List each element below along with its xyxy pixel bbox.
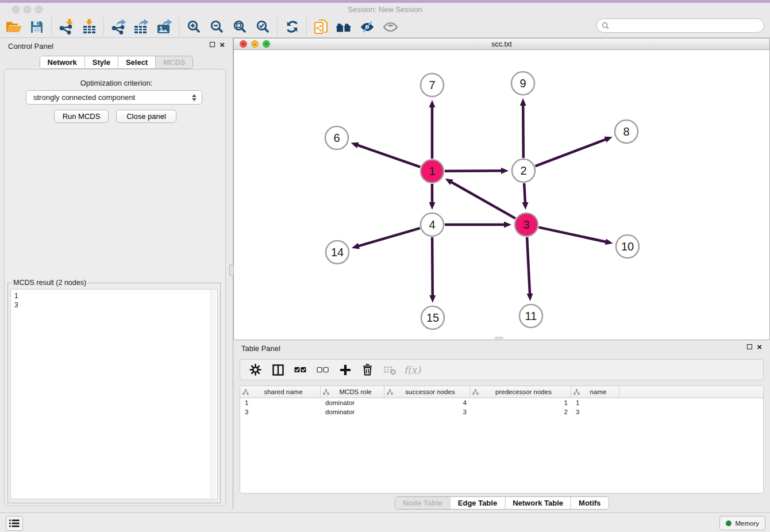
- table-cell-successor-nodes[interactable]: 4: [384, 399, 470, 406]
- control-panel-title: Control Panel: [8, 42, 53, 51]
- refresh-view-button[interactable]: [280, 17, 303, 37]
- table-cell-shared-name[interactable]: 1: [240, 399, 321, 406]
- graph-edge-1-7[interactable]: [429, 100, 436, 159]
- graph-edge-3-10[interactable]: [539, 228, 613, 245]
- table-tab-node-table[interactable]: Node Table: [395, 497, 450, 509]
- graph-edge-2-3[interactable]: [522, 183, 528, 210]
- column-header-shared-name[interactable]: shared name: [240, 386, 321, 398]
- show-column-button[interactable]: [267, 361, 288, 379]
- table-tab-edge-table[interactable]: Edge Table: [450, 497, 505, 509]
- table-cell-predecessor-nodes[interactable]: 1: [470, 399, 571, 406]
- toggle-graphics-details-button[interactable]: [356, 17, 379, 37]
- zoom-fit-button[interactable]: [228, 17, 251, 37]
- graph-node-7[interactable]: 7: [421, 74, 444, 97]
- mcds-result-area[interactable]: 1 3: [10, 289, 218, 499]
- memory-button[interactable]: Memory: [719, 516, 765, 530]
- export-table-icon: [134, 19, 149, 34]
- sort-hierarchy-icon: [573, 389, 580, 395]
- table-cell-shared-name[interactable]: 3: [240, 408, 321, 415]
- delete-table-button[interactable]: [379, 361, 401, 379]
- table-cell-name[interactable]: 1: [571, 399, 619, 406]
- table-cell-mcds-role[interactable]: dominator: [321, 399, 384, 406]
- graph-node-1[interactable]: 1: [421, 160, 444, 183]
- export-image-button[interactable]: [153, 17, 176, 37]
- preview-eye-icon: [383, 20, 398, 34]
- deselect-all-button[interactable]: [312, 361, 333, 379]
- network-window-titlebar[interactable]: × − + scc.txt: [234, 38, 769, 50]
- import-network-button[interactable]: [55, 17, 78, 37]
- table-tab-network-table[interactable]: Network Table: [505, 497, 571, 509]
- export-table-button[interactable]: [130, 17, 153, 37]
- close-panel-button[interactable]: Close panel: [116, 110, 176, 123]
- graph-node-4[interactable]: 4: [421, 213, 444, 236]
- run-mcds-button[interactable]: Run MCDS: [54, 110, 109, 123]
- graph-edge-2-8[interactable]: [536, 137, 613, 166]
- graph-edge-1-2[interactable]: [445, 168, 509, 174]
- control-panel: Control Panel × NetworkStyleSelectMCDS O…: [0, 38, 233, 509]
- column-header-predecessor-nodes[interactable]: predecessor nodes: [470, 386, 571, 398]
- graph-edge-1-6[interactable]: [351, 142, 421, 167]
- table-cell-mcds-role[interactable]: dominator: [321, 408, 384, 415]
- edge-arrowhead: [504, 222, 511, 228]
- graph-node-3[interactable]: 3: [515, 213, 538, 236]
- graph-edge-4-3[interactable]: [445, 222, 511, 228]
- export-network-button[interactable]: [107, 17, 130, 37]
- column-header-successor-nodes[interactable]: successor nodes: [384, 386, 470, 398]
- import-table-button[interactable]: [78, 17, 101, 37]
- graph-node-15[interactable]: 15: [421, 306, 444, 329]
- optimization-criterion-dropdown[interactable]: strongly connected component: [26, 90, 202, 105]
- table-cell-successor-nodes[interactable]: 3: [384, 408, 470, 415]
- task-history-button[interactable]: [6, 516, 23, 531]
- search-input[interactable]: [612, 22, 759, 30]
- edge-arrowhead: [351, 142, 359, 148]
- graph-edge-4-15[interactable]: [429, 237, 436, 303]
- graph-edge-3-1[interactable]: [445, 179, 515, 218]
- control-tab-network[interactable]: Network: [40, 56, 84, 68]
- clone-network-button[interactable]: [310, 17, 333, 37]
- table-settings-button[interactable]: [245, 361, 266, 379]
- graph-node-8[interactable]: 8: [615, 120, 638, 143]
- zoom-selected-button[interactable]: [251, 17, 274, 37]
- column-header-name[interactable]: name: [571, 386, 619, 398]
- control-tab-style[interactable]: Style: [84, 56, 118, 68]
- graph-node-9[interactable]: 9: [511, 72, 534, 95]
- control-tab-select[interactable]: Select: [118, 56, 155, 68]
- table-cell-predecessor-nodes[interactable]: 2: [470, 408, 571, 415]
- network-resize-grip[interactable]: [494, 337, 503, 339]
- zoom-out-button[interactable]: [205, 17, 228, 37]
- edge-arrowhead: [352, 243, 360, 249]
- column-header-label: name: [580, 388, 617, 395]
- graph-node-10[interactable]: 10: [616, 235, 639, 258]
- function-builder-button[interactable]: f(x): [402, 361, 423, 379]
- graph-node-14[interactable]: 14: [326, 241, 349, 264]
- column-header-mcds-role[interactable]: MCDS role: [321, 386, 384, 398]
- table-row[interactable]: 3dominator323: [240, 407, 763, 417]
- graph-edge-4-14[interactable]: [352, 228, 420, 249]
- float-panel-icon[interactable]: [210, 42, 215, 47]
- graph-node-2[interactable]: 2: [512, 159, 535, 182]
- dropdown-stepper-icon: [191, 92, 198, 103]
- table-cell-name[interactable]: 3: [571, 408, 619, 415]
- mcds-result-scrollbar[interactable]: [210, 290, 217, 498]
- open-session-button[interactable]: [2, 17, 25, 37]
- show-hide-preview-button[interactable]: [379, 17, 402, 37]
- home-view-button[interactable]: [333, 17, 356, 37]
- float-panel-icon[interactable]: [747, 344, 752, 349]
- close-panel-icon[interactable]: ×: [220, 41, 225, 48]
- graph-node-6[interactable]: 6: [325, 126, 348, 149]
- graph-node-11[interactable]: 11: [519, 304, 542, 327]
- export-image-icon: [157, 19, 172, 34]
- graph-edge-1-4[interactable]: [429, 184, 436, 210]
- save-session-button[interactable]: [25, 17, 48, 37]
- delete-row-button[interactable]: [357, 361, 378, 379]
- control-tab-mcds[interactable]: MCDS: [155, 56, 192, 68]
- select-all-button[interactable]: [290, 361, 311, 379]
- table-tab-motifs[interactable]: Motifs: [571, 497, 608, 509]
- table-row[interactable]: 1dominator411: [240, 398, 763, 407]
- add-row-button[interactable]: [334, 361, 356, 379]
- close-panel-icon[interactable]: ×: [757, 344, 762, 350]
- graph-canvas[interactable]: 7968124314101511: [234, 50, 769, 340]
- zoom-in-button[interactable]: [182, 17, 205, 37]
- graph-edge-2-9[interactable]: [520, 98, 526, 158]
- graph-edge-3-11[interactable]: [527, 237, 533, 301]
